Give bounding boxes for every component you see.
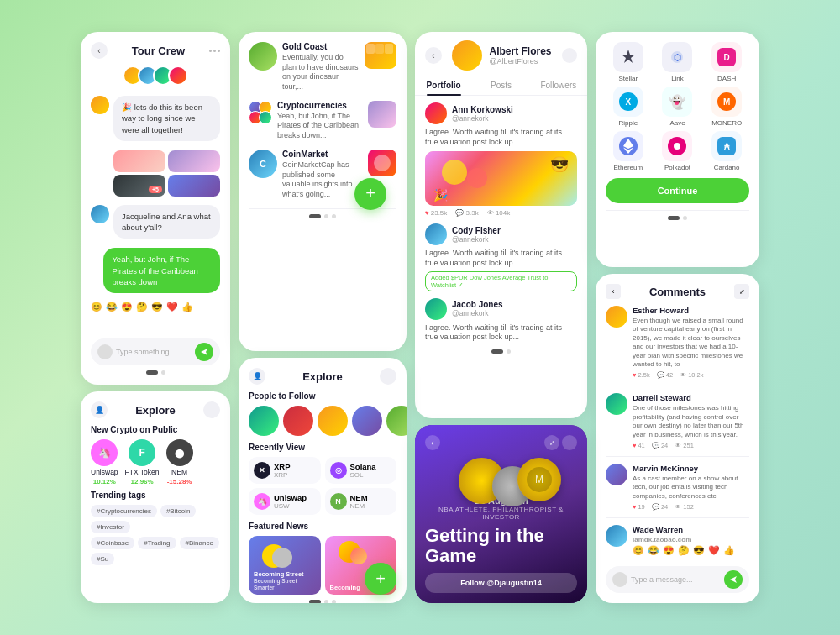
- explore-small-section: New Crypto on Public: [91, 425, 220, 434]
- dj-role: NBA ATHLETE, PHILANTHROPIST & INVESTOR: [425, 506, 577, 521]
- tag-su[interactable]: #Su: [91, 553, 114, 565]
- emoji-5: 😎: [151, 302, 163, 312]
- recent-nem[interactable]: N NEM NEM: [325, 488, 397, 515]
- profile-more-btn[interactable]: ⋯: [562, 48, 577, 63]
- image-grid-wrapper: +5: [91, 150, 220, 201]
- comment-name-esther: Esther Howard: [633, 306, 749, 315]
- emoji-3: 😍: [121, 302, 133, 312]
- crypto-cardano[interactable]: ₳ Cardano: [704, 131, 749, 171]
- comments-back-btn[interactable]: ‹: [606, 284, 621, 299]
- person-5[interactable]: [386, 406, 407, 436]
- crypto-ethereum[interactable]: Ethereum: [606, 131, 651, 171]
- comment-input-text[interactable]: Type a message...: [631, 575, 721, 584]
- msg-avatar-2: [91, 205, 109, 223]
- recent-uniswap[interactable]: 🦄 Uniswap USW: [249, 488, 321, 515]
- feed-avatar-1: [249, 42, 277, 71]
- tag-coinbase[interactable]: #Coinbase: [91, 537, 134, 549]
- explore-big-settings[interactable]: [380, 368, 396, 385]
- column-2: Gold Coast Eventually, you do plan to ha…: [239, 32, 407, 603]
- uniswap-info: Uniswap USW: [274, 493, 307, 510]
- uniswap-icon: 🦄: [254, 493, 270, 510]
- feed-thumb-2: [368, 101, 396, 128]
- crypto-grid: Stellar ⬡ Link D DASH: [606, 42, 749, 171]
- dot-2: [161, 370, 165, 375]
- comment-input-bar: Type a message...: [606, 566, 749, 593]
- dj-back-btn[interactable]: ‹: [425, 435, 440, 450]
- fab-add-btn[interactable]: +: [354, 178, 386, 210]
- tag-trading[interactable]: #Trading: [138, 537, 176, 549]
- msg-bubble-1: 🎉 lets do this its been way to long sinc…: [113, 96, 220, 141]
- dj-top-bar: ‹ ⤢ ⋯: [425, 435, 577, 450]
- continue-btn[interactable]: Continue: [606, 178, 749, 203]
- chat-input-bar: Type something...: [91, 338, 220, 365]
- ripple-icon-box: X: [613, 87, 643, 117]
- dj-more-btn[interactable]: ⋯: [562, 435, 577, 450]
- comment-content-darrell: Darrell Steward One of those milestones …: [633, 393, 749, 449]
- polkadot-icon: [668, 137, 686, 155]
- chat-msg-green: Yeah, but John, if The Pirates of the Ca…: [91, 248, 220, 297]
- explore-small-settings[interactable]: [203, 401, 220, 418]
- tag-binance[interactable]: #Binance: [180, 537, 219, 549]
- tag-cryptocurrencies[interactable]: #Cryptocurrencies: [91, 505, 157, 517]
- marvin-likes: ♥ 19: [633, 503, 645, 511]
- tab-followers[interactable]: Followers: [530, 76, 587, 95]
- comment-send-btn[interactable]: [724, 570, 743, 589]
- emoji-7: 👍: [181, 302, 193, 312]
- crypto-stellar[interactable]: Stellar: [606, 42, 651, 82]
- dj-follow-btn[interactable]: Follow @Djaugustin14: [425, 573, 577, 593]
- emoji-1: 😊: [91, 302, 102, 312]
- feed-item-2: Cryptocurrencies Yeah, but John, if The …: [249, 101, 396, 141]
- comment-avatar-darrell: [606, 393, 627, 415]
- chat-back-btn[interactable]: ‹: [91, 42, 108, 59]
- token-icon-uniswap: 🦄: [91, 439, 118, 466]
- divider-3: [606, 517, 749, 518]
- crypto-dash[interactable]: D DASH: [704, 42, 749, 82]
- explore-fab-btn[interactable]: +: [365, 563, 396, 595]
- link-icon: ⬡: [668, 48, 686, 66]
- post-1-handle: @annekork: [452, 114, 513, 123]
- chat-dots[interactable]: [209, 50, 220, 52]
- tag-bitcoin[interactable]: #Bitcoin: [160, 505, 196, 517]
- chat-img-4: [168, 175, 220, 197]
- comments-expand-btn[interactable]: ⤢: [734, 284, 749, 299]
- comments-title: Comments: [621, 286, 734, 298]
- crypto-link[interactable]: ⬡ Link: [655, 42, 701, 82]
- send-icon: [200, 348, 208, 356]
- person-4[interactable]: [352, 406, 382, 436]
- crypto-monero[interactable]: M MONERO: [704, 87, 749, 127]
- post-2-name: Cody Fisher: [452, 226, 501, 235]
- heart-icon-1: ♥: [425, 209, 429, 217]
- chat-send-btn[interactable]: [195, 343, 213, 361]
- post-1-name: Ann Korkowski: [452, 105, 513, 114]
- tab-posts[interactable]: Posts: [472, 76, 529, 95]
- feed-dot-3: [332, 214, 336, 218]
- comment-text-marvin: As a cast member on a show about tech, o…: [633, 475, 749, 501]
- person-2[interactable]: [283, 406, 313, 436]
- recent-solana[interactable]: ◎ Solana SOL: [325, 457, 397, 484]
- crypto-polkadot[interactable]: Polkadot: [655, 131, 701, 171]
- post-1-views: 👁 104k: [487, 209, 511, 217]
- msg-avatar-1: [91, 96, 109, 114]
- chat-messages: 🎉 lets do this its been way to long sinc…: [91, 96, 220, 338]
- esther-likes: ♥ 2.5k: [633, 371, 650, 379]
- crypto-aave[interactable]: 👻 Aave: [655, 87, 701, 127]
- feed-avatar-3: C: [249, 150, 277, 178]
- crypto-ripple[interactable]: X Ripple: [606, 87, 651, 127]
- explore-small-header: 👤 Explore: [91, 401, 220, 418]
- recent-xrp[interactable]: ✕ XRP XRP: [249, 457, 321, 484]
- aave-icon: 👻: [668, 92, 686, 111]
- news-item-1[interactable]: Becoming Street Becoming Street Smarter: [249, 536, 321, 595]
- token-name-ftx: FTX Token: [125, 468, 160, 476]
- tag-investor[interactable]: #Investor: [91, 521, 130, 533]
- post-3-text: I agree. Worth waiting till it's trading…: [425, 323, 577, 343]
- people-label: People to Follow: [249, 391, 396, 401]
- svg-marker-0: [622, 50, 635, 63]
- dj-expand-btn[interactable]: ⤢: [544, 435, 559, 450]
- profile-back-btn[interactable]: ‹: [425, 47, 442, 64]
- chat-input-text[interactable]: Type something...: [116, 348, 192, 356]
- tab-portfolio[interactable]: Portfolio: [415, 76, 472, 95]
- post-1-text: I agree. Worth waiting till it's trading…: [425, 128, 577, 147]
- person-1[interactable]: [249, 406, 279, 436]
- person-3[interactable]: [318, 406, 348, 436]
- group-avatars: [123, 66, 188, 86]
